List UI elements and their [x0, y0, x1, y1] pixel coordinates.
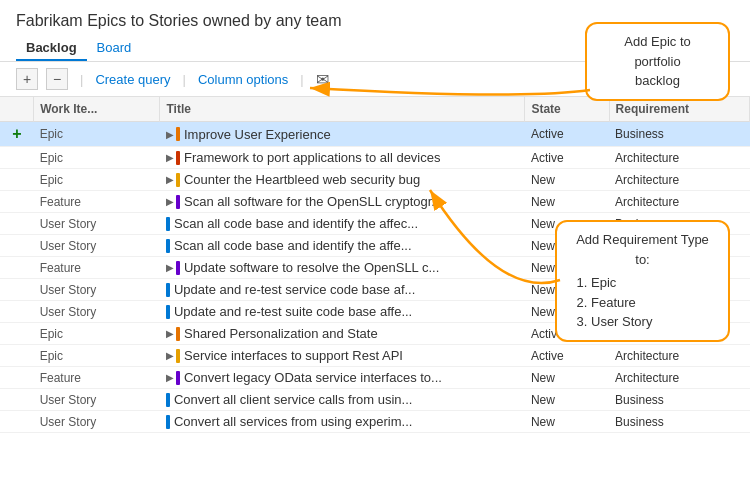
work-item-title[interactable]: Scan all code base and identify the affe…: [160, 213, 525, 235]
table-row[interactable]: Feature▶Convert legacy OData service int…: [0, 367, 750, 389]
type-color-bar: [166, 217, 170, 231]
expand-icon[interactable]: ▶: [166, 262, 174, 273]
title-text: Convert all services from using experim.…: [174, 414, 412, 429]
callout-item-feature: Feature: [591, 293, 714, 313]
title-text: Update and re-test suite code base affe.…: [174, 304, 412, 319]
expand-icon[interactable]: ▶: [166, 129, 174, 140]
expand-icon[interactable]: ▶: [166, 152, 174, 163]
work-item-title[interactable]: Update and re-test service code base af.…: [160, 279, 525, 301]
work-item-type: Epic: [34, 323, 160, 345]
work-item-requirement: Architecture: [609, 367, 749, 389]
work-item-type: User Story: [34, 301, 160, 323]
title-text: Scan all code base and identify the affe…: [174, 216, 418, 231]
row-add-col: [0, 213, 34, 235]
separator-2: |: [183, 72, 186, 87]
callout-item-epic: Epic: [591, 273, 714, 293]
work-item-state: Active: [525, 147, 609, 169]
add-row-button[interactable]: +: [12, 125, 21, 142]
callout-top: Add Epic to portfoliobacklog: [585, 22, 730, 101]
type-color-bar: [176, 151, 180, 165]
work-item-type: Epic: [34, 122, 160, 147]
row-add-col: [0, 389, 34, 411]
work-item-title[interactable]: ▶Framework to port applications to all d…: [160, 147, 525, 169]
table-row[interactable]: Epic▶Service interfaces to support Rest …: [0, 345, 750, 367]
table-header-row: Work Ite... Title State Requirement: [0, 97, 750, 122]
column-options-link[interactable]: Column options: [198, 72, 288, 87]
work-item-title[interactable]: ▶Convert legacy OData service interfaces…: [160, 367, 525, 389]
tab-board[interactable]: Board: [87, 36, 142, 61]
work-item-requirement: Business: [609, 389, 749, 411]
work-item-title[interactable]: ▶Scan all software for the OpenSLL crypt…: [160, 191, 525, 213]
work-item-type: Feature: [34, 367, 160, 389]
type-color-bar: [166, 283, 170, 297]
table-row[interactable]: Feature▶Scan all software for the OpenSL…: [0, 191, 750, 213]
type-color-bar: [176, 173, 180, 187]
table-row[interactable]: Epic▶Counter the Heartbleed web security…: [0, 169, 750, 191]
title-text: Service interfaces to support Rest API: [184, 348, 403, 363]
email-icon[interactable]: ✉: [316, 70, 329, 89]
type-color-bar: [176, 261, 180, 275]
expand-icon[interactable]: ▶: [166, 350, 174, 361]
title-text: Scan all code base and identify the affe…: [174, 238, 412, 253]
work-item-type: Feature: [34, 191, 160, 213]
expand-all-button[interactable]: +: [16, 68, 38, 90]
separator-3: |: [300, 72, 303, 87]
table-row[interactable]: Epic▶Framework to port applications to a…: [0, 147, 750, 169]
work-item-requirement: Business: [609, 122, 749, 147]
expand-icon[interactable]: ▶: [166, 372, 174, 383]
work-item-title[interactable]: Convert all services from using experim.…: [160, 411, 525, 433]
work-item-requirement: Architecture: [609, 147, 749, 169]
row-add-col: [0, 411, 34, 433]
work-item-title[interactable]: ▶Service interfaces to support Rest API: [160, 345, 525, 367]
title-text: Scan all software for the OpenSLL crypto…: [184, 194, 442, 209]
expand-icon[interactable]: ▶: [166, 196, 174, 207]
row-add-col: +: [0, 122, 34, 147]
work-item-state: New: [525, 367, 609, 389]
row-add-col: [0, 169, 34, 191]
title-text: Framework to port applications to all de…: [184, 150, 441, 165]
callout-bottom-title: Add Requirement Type to:: [576, 232, 709, 267]
work-item-title[interactable]: Convert all client service calls from us…: [160, 389, 525, 411]
work-item-title[interactable]: ▶Update software to resolve the OpenSLL …: [160, 257, 525, 279]
work-item-state: Active: [525, 345, 609, 367]
table-row[interactable]: User StoryConvert all services from usin…: [0, 411, 750, 433]
work-item-title[interactable]: ▶Counter the Heartbleed web security bug: [160, 169, 525, 191]
title-text: Improve User Experience: [184, 127, 331, 142]
work-item-type: User Story: [34, 213, 160, 235]
callout-bottom-list: Epic Feature User Story: [571, 273, 714, 332]
expand-icon[interactable]: ▶: [166, 174, 174, 185]
title-text: Counter the Heartbleed web security bug: [184, 172, 420, 187]
work-item-state: Active: [525, 122, 609, 147]
type-color-bar: [166, 239, 170, 253]
row-add-col: [0, 345, 34, 367]
work-item-type: User Story: [34, 389, 160, 411]
work-item-title[interactable]: Scan all code base and identify the affe…: [160, 235, 525, 257]
create-query-link[interactable]: Create query: [95, 72, 170, 87]
work-item-title[interactable]: ▶Shared Personalization and State: [160, 323, 525, 345]
table-row[interactable]: +Epic▶Improve User ExperienceActiveBusin…: [0, 122, 750, 147]
type-color-bar: [166, 305, 170, 319]
type-color-bar: [176, 327, 180, 341]
work-item-requirement: Architecture: [609, 169, 749, 191]
title-text: Update software to resolve the OpenSLL c…: [184, 260, 439, 275]
tab-backlog[interactable]: Backlog: [16, 36, 87, 61]
collapse-all-button[interactable]: −: [46, 68, 68, 90]
type-color-bar: [176, 127, 180, 141]
work-item-requirement: Architecture: [609, 345, 749, 367]
row-add-col: [0, 147, 34, 169]
work-item-type: User Story: [34, 235, 160, 257]
row-add-col: [0, 301, 34, 323]
row-add-col: [0, 257, 34, 279]
type-color-bar: [176, 371, 180, 385]
row-add-col: [0, 367, 34, 389]
work-item-state: New: [525, 389, 609, 411]
work-item-state: New: [525, 411, 609, 433]
work-item-title[interactable]: ▶Improve User Experience: [160, 122, 525, 147]
work-item-type: User Story: [34, 279, 160, 301]
expand-icon[interactable]: ▶: [166, 328, 174, 339]
table-row[interactable]: User StoryConvert all client service cal…: [0, 389, 750, 411]
type-color-bar: [176, 195, 180, 209]
work-item-title[interactable]: Update and re-test suite code base affe.…: [160, 301, 525, 323]
separator-1: |: [80, 72, 83, 87]
callout-item-userstory: User Story: [591, 312, 714, 332]
